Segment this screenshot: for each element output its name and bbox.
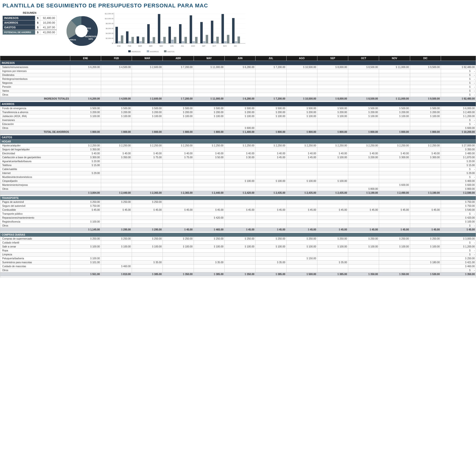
svg-text:SEP: SEP bbox=[202, 45, 205, 47]
table-row: Electricidad$ 40.00$ 40.00$ 40.00$ 40.00… bbox=[0, 152, 476, 156]
header-empty bbox=[0, 56, 70, 61]
svg-rect-57 bbox=[200, 22, 203, 43]
table-row: Suministros para mascotas$ 101.00$ 35.00… bbox=[0, 261, 476, 264]
svg-rect-25 bbox=[115, 27, 118, 43]
resumen-ahorros-value: 10,200.00 bbox=[40, 20, 57, 25]
svg-rect-35 bbox=[142, 37, 145, 43]
svg-rect-54 bbox=[192, 41, 195, 43]
header-ago: AGO bbox=[286, 56, 317, 61]
svg-text:$-: $- bbox=[112, 42, 114, 44]
table-row: Transporte público$ - bbox=[0, 212, 476, 216]
svg-text:$12,000.00: $12,000.00 bbox=[105, 13, 113, 15]
svg-text:64%: 64% bbox=[89, 38, 93, 40]
svg-rect-61 bbox=[211, 21, 213, 43]
svg-rect-62 bbox=[214, 41, 216, 43]
total-row: $ 551.00$ 810.00$ 385.00$ 350.00$ 385.00… bbox=[0, 272, 476, 276]
table-row: Otros$ 600.00$ 600.00 bbox=[0, 126, 476, 130]
svg-rect-29 bbox=[126, 31, 128, 43]
subsection-header: COMPRAS DIARIAS bbox=[0, 233, 476, 237]
table-row: Varios$ - bbox=[0, 89, 476, 93]
svg-text:AHORROS: AHORROS bbox=[66, 39, 76, 41]
svg-rect-37 bbox=[147, 24, 150, 43]
table-row: Inversiones$ - bbox=[0, 118, 476, 122]
total-row: INGRESOS TOTALES$ 6,200.00$ 4,500.00$ 2,… bbox=[0, 97, 476, 101]
resumen-ingresos-label: INGRESOS bbox=[3, 16, 35, 20]
table-row: Pagos de automóvil$ 250.00$ 250.00$ 250.… bbox=[0, 200, 476, 204]
section-header: GASTOS bbox=[0, 135, 476, 140]
table-row: Reparaciones/mantenimiento$ 420.00$ 420.… bbox=[0, 216, 476, 220]
header-abr: ABR bbox=[163, 56, 194, 61]
svg-rect-30 bbox=[129, 41, 131, 43]
svg-rect-49 bbox=[179, 24, 182, 43]
svg-rect-66 bbox=[224, 41, 227, 43]
svg-text:$8,000.00: $8,000.00 bbox=[106, 23, 113, 24]
table-row: Otros$ - bbox=[0, 268, 476, 272]
svg-rect-33 bbox=[137, 36, 139, 43]
svg-text:DIC: DIC bbox=[234, 45, 237, 47]
header-jun: JUN bbox=[225, 56, 256, 61]
table-row: Seguro del hogar/alquiler$ 350.00$ 350.0… bbox=[0, 148, 476, 152]
table-row: Calefacción a base de gas/petróleo$ 300.… bbox=[0, 156, 476, 159]
table-row: Cuidado infantil$ - bbox=[0, 241, 476, 245]
resumen-ingresos-symbol: $ bbox=[35, 16, 40, 20]
header-nov: NOV bbox=[379, 56, 410, 61]
header-dic: DIC bbox=[410, 56, 441, 61]
resumen-title: RESUMEN bbox=[2, 11, 57, 14]
svg-text:$6,000.00: $6,000.00 bbox=[106, 28, 113, 29]
svg-text:7%: 7% bbox=[70, 41, 73, 43]
section-header: INGRESOS bbox=[0, 61, 476, 65]
pie-chart: GASTOS 29% AHORROS 7% INGRESOS 64% bbox=[62, 11, 101, 51]
svg-rect-43 bbox=[163, 37, 166, 43]
svg-text:INGRESOS: INGRESOS bbox=[131, 51, 141, 53]
header-oct: OCT bbox=[348, 56, 379, 61]
svg-text:AGO: AGO bbox=[191, 45, 195, 47]
table-row: Negocios$ - bbox=[0, 81, 476, 85]
svg-text:ENE: ENE bbox=[117, 45, 121, 47]
table-row: Fondo de emergencia$ 500.00$ 500.00$ 500… bbox=[0, 106, 476, 110]
table-row: Muebles/electrodomésticos$ - bbox=[0, 175, 476, 179]
svg-rect-41 bbox=[158, 14, 160, 43]
table-row: Jubilación (401K, IRA)$ 100.00$ 100.00$ … bbox=[0, 114, 476, 118]
total-row: TOTAL DE AHORROS$ 800.00$ 800.00$ 800.00… bbox=[0, 130, 476, 134]
table-row: Mantenimiento/mejoras$ 600.00$ 600.00 bbox=[0, 183, 476, 187]
svg-rect-55 bbox=[195, 37, 198, 43]
table-row: Cuidado de mascotas$ 460.00$ 460.00 bbox=[0, 264, 476, 268]
svg-rect-39 bbox=[153, 37, 155, 43]
table-row: Seguro del automóvil$ 750.00$ 750.00 bbox=[0, 204, 476, 208]
table-row: Salario/remuneraciones$ 6,200.00$ 4,500.… bbox=[0, 65, 476, 69]
svg-text:JUN: JUN bbox=[170, 45, 174, 47]
month-header-row: ENE FEB MAR ABR MAY JUN JUL AGO SEP OCT … bbox=[0, 56, 476, 61]
table-row: Reintegros/reembolsos$ - bbox=[0, 77, 476, 81]
svg-rect-27 bbox=[121, 35, 123, 44]
resumen-potencial-symbol: $ bbox=[35, 30, 40, 35]
svg-rect-73 bbox=[128, 50, 131, 52]
table-row: Ropa$ - bbox=[0, 249, 476, 253]
table-row: Teléfono$ 15.00$ 15.00 bbox=[0, 163, 476, 167]
svg-rect-70 bbox=[235, 41, 237, 43]
resumen-gastos-label: GASTOS bbox=[3, 25, 35, 30]
svg-text:ABR: ABR bbox=[149, 45, 152, 47]
table-row: Salir a cenar$ 100.00$ 100.00$ 100.00$ 1… bbox=[0, 245, 476, 249]
svg-text:INGRESOS: INGRESOS bbox=[85, 35, 97, 38]
total-row: $ 1,145.00$ 295.00$ 295.00$ 45.00$ 465.0… bbox=[0, 228, 476, 232]
resumen-ahorros-symbol: $ bbox=[35, 20, 40, 25]
table-row: Compras de supermercado$ 250.00$ 250.00$… bbox=[0, 237, 476, 241]
svg-text:MAY: MAY bbox=[160, 45, 163, 47]
resumen-gastos-value: 41,187.00 bbox=[40, 25, 57, 30]
svg-text:NOV: NOV bbox=[223, 45, 227, 47]
svg-rect-51 bbox=[184, 37, 187, 43]
header-total bbox=[441, 56, 476, 61]
svg-text:$10,000.00: $10,000.00 bbox=[105, 18, 113, 19]
resumen-ahorros-label: AHORROS bbox=[3, 20, 35, 25]
table-row: Dividendos$ - bbox=[0, 73, 476, 77]
header-ene: ENE bbox=[70, 56, 101, 61]
header-feb: FEB bbox=[101, 56, 132, 61]
svg-text:AHORROS: AHORROS bbox=[150, 51, 159, 53]
svg-rect-77 bbox=[164, 50, 166, 52]
svg-rect-71 bbox=[238, 36, 240, 43]
svg-text:MAR: MAR bbox=[138, 45, 142, 47]
resumen-table: INGRESOS $ 92,480.00 AHORROS $ 10,200.00… bbox=[2, 16, 57, 35]
table-row: Otros$ - bbox=[0, 93, 476, 97]
table-row: Registro/licencia$ 100.00$ 100.00 bbox=[0, 220, 476, 224]
svg-text:JUL: JUL bbox=[181, 45, 184, 47]
